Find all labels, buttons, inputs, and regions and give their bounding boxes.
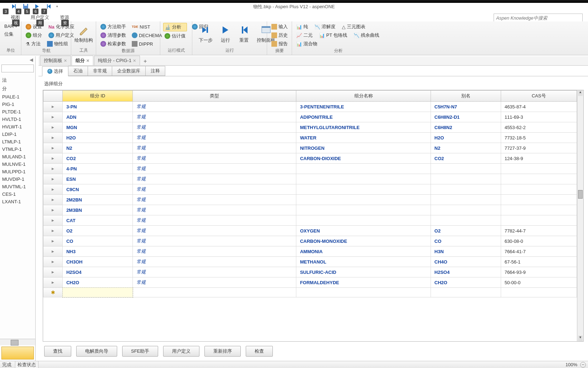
summary-report[interactable]: 报告 bbox=[270, 40, 289, 48]
cell-type[interactable]: 常规 bbox=[133, 267, 296, 277]
cell-name[interactable] bbox=[296, 205, 431, 215]
cell-name[interactable]: METHYLGLUTARONITRILE bbox=[296, 122, 431, 133]
cell-cas[interactable]: 4553-62-2 bbox=[501, 122, 577, 133]
cell-name[interactable] bbox=[296, 195, 431, 205]
mode-estimate[interactable]: 估计值 bbox=[163, 32, 187, 40]
table-row[interactable]: ▶2M2BN常规 bbox=[43, 195, 577, 205]
col-alias[interactable]: 别名 bbox=[431, 91, 501, 102]
cell-id-new[interactable] bbox=[63, 288, 133, 297]
left-dropdown[interactable] bbox=[1, 65, 34, 72]
row-handle[interactable]: ▶ bbox=[43, 226, 63, 236]
table-row[interactable]: ▶N2常规NITROGENN27727-37-9 bbox=[43, 143, 577, 153]
cell-alias[interactable] bbox=[431, 164, 501, 174]
cell-id[interactable]: H2O bbox=[63, 133, 133, 143]
col-name[interactable]: 组分名称 bbox=[296, 91, 431, 102]
cell-id[interactable]: CO2 bbox=[63, 153, 133, 164]
nav-propsets[interactable]: 物性组 bbox=[46, 40, 69, 48]
nav-methods[interactable]: ⚗方法 bbox=[24, 40, 42, 48]
table-row[interactable]: ▶CH3OH常规METHANOLCH4O67-56-1 bbox=[43, 257, 577, 267]
table-row[interactable]: ▶MGN常规METHYLGLUTARONITRILEC6H8N24553-62-… bbox=[43, 122, 577, 133]
row-handle[interactable]: ▶ bbox=[43, 112, 63, 122]
cell-name[interactable]: FORMALDEHYDE bbox=[296, 277, 431, 288]
cell-type[interactable]: 常规 bbox=[133, 277, 296, 288]
row-handle[interactable]: ▶ bbox=[43, 174, 63, 184]
cell-cas[interactable]: 4635-87-4 bbox=[501, 102, 577, 112]
cell-cas-new[interactable] bbox=[501, 288, 577, 297]
cell-alias[interactable]: N2 bbox=[431, 143, 501, 153]
summary-history[interactable]: 历史 bbox=[270, 31, 289, 39]
scroll-down-icon[interactable]: ▼ bbox=[578, 336, 583, 341]
row-handle[interactable]: ▶ bbox=[43, 153, 63, 164]
row-handle[interactable]: ▶ bbox=[43, 184, 63, 195]
dechema[interactable]: DECHEMA bbox=[130, 31, 163, 39]
dippr[interactable]: DIPPR bbox=[130, 40, 155, 48]
tree-item[interactable]: PIALE-1 bbox=[1, 93, 34, 101]
cell-cas[interactable] bbox=[501, 205, 577, 215]
row-handle[interactable]: ▶ bbox=[43, 246, 63, 257]
cell-cas[interactable]: 50-00-0 bbox=[501, 277, 577, 288]
cell-id[interactable]: CO bbox=[63, 236, 133, 246]
col-type[interactable]: 类型 bbox=[133, 91, 296, 102]
cell-alias[interactable] bbox=[431, 195, 501, 205]
col-cas[interactable]: CAS号 bbox=[501, 91, 577, 102]
tab-pure-cpig1[interactable]: 纯组分 - CPIG-1✕ bbox=[94, 56, 140, 65]
cell-type[interactable]: 常规 bbox=[133, 164, 296, 174]
inner-tab-petroleum[interactable]: 石油 bbox=[68, 66, 88, 76]
col-id[interactable]: 组分 ID bbox=[63, 91, 133, 102]
cell-name[interactable] bbox=[296, 184, 431, 195]
cell-cas[interactable]: 67-56-1 bbox=[501, 257, 577, 267]
table-row[interactable]: ▶H2SO4常规SULFURIC-ACIDH2SO47664-93-9 bbox=[43, 267, 577, 277]
analysis-binary[interactable]: 📈二元 bbox=[295, 31, 314, 39]
cell-alias[interactable]: CO2 bbox=[431, 153, 501, 164]
nist[interactable]: TDENIST bbox=[130, 23, 152, 31]
table-row[interactable]: ▶ADN常规ADIPONITRILEC6H8N2-D1111-69-3 bbox=[43, 112, 577, 122]
cell-cas[interactable]: 7727-37-9 bbox=[501, 143, 577, 153]
cell-alias[interactable]: CH4O bbox=[431, 257, 501, 267]
table-row[interactable]: ▶CO2常规CARBON-DIOXIDECO2124-38-9 bbox=[43, 153, 577, 164]
cell-type-new[interactable] bbox=[133, 288, 296, 297]
close-icon[interactable]: ✕ bbox=[133, 58, 136, 63]
cell-cas[interactable] bbox=[501, 164, 577, 174]
clean-params[interactable]: 清理参数 bbox=[99, 31, 128, 39]
cell-id[interactable]: ADN bbox=[63, 112, 133, 122]
table-row[interactable]: ▶CAT常规 bbox=[43, 215, 577, 226]
retrieve-params[interactable]: 检索参数 bbox=[99, 40, 128, 48]
row-handle[interactable]: ▶ bbox=[43, 236, 63, 246]
row-handle[interactable]: ▶ bbox=[43, 267, 63, 277]
tab-components[interactable]: 组分✕ bbox=[72, 56, 93, 65]
analysis-solubility[interactable]: 📉溶解度 bbox=[313, 23, 337, 31]
cell-type[interactable]: 常规 bbox=[133, 122, 296, 133]
tree-item[interactable]: HVLWT-1 bbox=[1, 123, 34, 131]
run-run[interactable]: 运行 bbox=[216, 23, 235, 47]
zoom-out-button[interactable]: − bbox=[580, 362, 586, 368]
tab-add-button[interactable]: + bbox=[141, 57, 150, 65]
cell-type[interactable]: 常规 bbox=[133, 112, 296, 122]
table-row[interactable]: ▶CH2O常规FORMALDEHYDECH2O50-00-0 bbox=[43, 277, 577, 288]
user-define-button[interactable]: 用户定义 bbox=[163, 346, 199, 357]
inner-tab-select[interactable]: 选择 bbox=[42, 66, 68, 76]
cell-id[interactable]: NH3 bbox=[63, 246, 133, 257]
cell-cas[interactable]: 7782-44-7 bbox=[501, 226, 577, 236]
cell-cas[interactable] bbox=[501, 215, 577, 226]
table-vscrollbar[interactable]: ▲ ▼ bbox=[577, 90, 583, 341]
row-handle[interactable]: ▶ bbox=[43, 277, 63, 288]
nav-components[interactable]: 组分 bbox=[24, 31, 43, 39]
analysis-pure[interactable]: 📊纯 bbox=[295, 23, 309, 31]
tree-item[interactable]: MULPPD-1 bbox=[1, 168, 34, 175]
cell-alias-new[interactable] bbox=[431, 288, 501, 297]
close-icon[interactable]: ✕ bbox=[86, 58, 89, 63]
tree-item[interactable]: MUVTML-1 bbox=[1, 183, 34, 190]
table-row[interactable]: ▶O2常规OXYGENO27782-44-7 bbox=[43, 226, 577, 236]
cell-name[interactable]: WATER bbox=[296, 133, 431, 143]
cell-type[interactable]: 常规 bbox=[133, 174, 296, 184]
method-assistant[interactable]: 方法助手 bbox=[99, 23, 128, 31]
close-icon[interactable]: ✕ bbox=[64, 58, 67, 63]
cell-cas[interactable] bbox=[501, 195, 577, 205]
cell-type[interactable]: 常规 bbox=[133, 236, 296, 246]
row-handle[interactable]: ▶ bbox=[43, 143, 63, 153]
row-handle[interactable]: ▶ bbox=[43, 164, 63, 174]
cell-cas[interactable]: 124-38-9 bbox=[501, 153, 577, 164]
reorder-button[interactable]: 重新排序 bbox=[204, 346, 241, 357]
search-input[interactable] bbox=[494, 14, 583, 22]
cell-name[interactable]: SULFURIC-ACID bbox=[296, 267, 431, 277]
